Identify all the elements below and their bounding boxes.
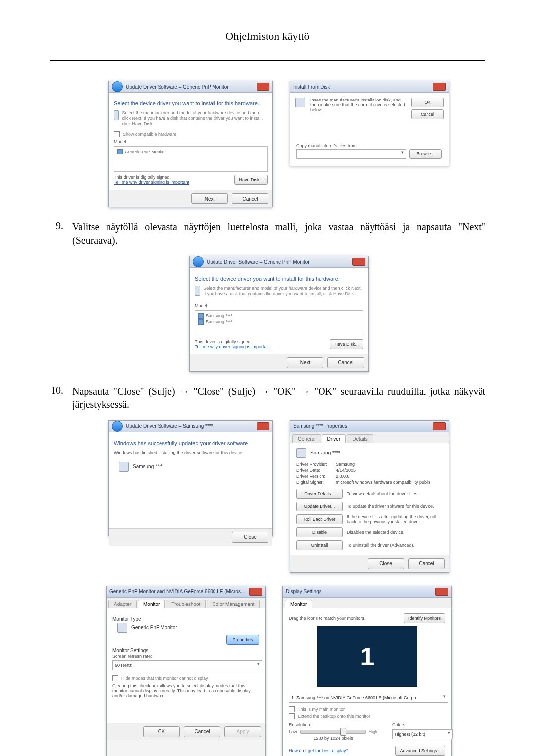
tab-troubleshoot[interactable]: Troubleshoot — [166, 600, 206, 608]
window-title: Generic PnP Monitor and NVIDIA GeForce 6… — [109, 589, 246, 594]
cancel-button[interactable]: Cancel — [232, 193, 268, 204]
close-icon[interactable] — [257, 83, 269, 91]
slider-high-label: High — [369, 729, 378, 734]
best-display-link[interactable]: How do I get the best display? — [289, 748, 349, 753]
monitor-select-value: 1. Samsung **** on NVIDIA GeForce 6600 L… — [291, 695, 420, 700]
identify-monitors-button[interactable]: Identify Monitors — [404, 613, 445, 623]
titlebar: Update Driver Software – Generic PnP Mon… — [109, 81, 272, 93]
driver-details-button[interactable]: Driver Details... — [296, 489, 343, 499]
monitor-icon — [198, 313, 204, 319]
update-driver-button[interactable]: Update Driver... — [296, 502, 343, 511]
close-icon[interactable] — [435, 588, 448, 596]
slider-thumb-icon — [340, 728, 346, 736]
apply-button[interactable]: Apply — [224, 726, 261, 737]
device-icon — [114, 110, 119, 120]
close-icon[interactable] — [433, 422, 446, 430]
window-update-finished: Update Driver Software – Samsung **** Wi… — [108, 420, 273, 536]
close-icon[interactable] — [257, 422, 269, 430]
checkbox-icon — [112, 675, 118, 681]
hide-modes-text: Clearing this check box allows you to se… — [112, 683, 259, 698]
model-listbox[interactable]: Generic PnP Monitor — [114, 146, 268, 172]
window-title: Display Settings — [286, 589, 432, 594]
close-icon[interactable] — [352, 258, 365, 266]
have-disk-button[interactable]: Have Disk... — [234, 175, 268, 185]
refresh-rate-label: Screen refresh rate: — [112, 654, 259, 659]
browse-button[interactable]: Browse... — [409, 149, 442, 159]
advanced-settings-button[interactable]: Advanced Settings... — [395, 746, 445, 756]
colors-value: Highest (32 bit) — [395, 732, 425, 737]
ok-button[interactable]: OK — [143, 726, 180, 737]
close-button[interactable]: Close — [232, 532, 268, 543]
button-row: OK Cancel Apply — [107, 723, 265, 740]
window-title: Samsung **** Properties — [293, 423, 430, 429]
extend-desktop-checkbox[interactable]: Extend the desktop onto this monitor — [289, 713, 445, 719]
rollback-driver-button[interactable]: Roll Back Driver — [296, 514, 343, 524]
finished-text: Windows has finished installing the driv… — [114, 450, 268, 455]
monitor-settings-label: Monitor Settings — [112, 648, 259, 653]
cancel-button[interactable]: Cancel — [408, 558, 445, 569]
colors-select[interactable]: Highest (32 bit) — [392, 729, 453, 739]
close-icon[interactable] — [433, 83, 446, 91]
have-disk-button[interactable]: Have Disk... — [330, 339, 363, 349]
next-button[interactable]: Next — [191, 193, 228, 204]
instruction-text: Select the manufacturer and model of you… — [203, 286, 363, 297]
main-monitor-checkbox[interactable]: This is my main monitor — [289, 706, 445, 712]
button-row: Close Cancel — [290, 555, 449, 572]
tab-driver[interactable]: Driver — [322, 434, 346, 443]
breadcrumb: Update Driver Software – Generic PnP Mon… — [207, 259, 349, 265]
cancel-button[interactable]: Cancel — [184, 726, 220, 737]
tab-monitor[interactable]: Monitor — [138, 600, 165, 608]
monitor-name: Generic PnP Monitor — [131, 625, 177, 630]
cancel-button[interactable]: Cancel — [327, 357, 364, 368]
refresh-rate-select[interactable]: 60 Hertz — [112, 660, 262, 670]
window-body: Windows has successfully updated your dr… — [109, 432, 272, 528]
back-arrow-icon[interactable] — [112, 421, 123, 432]
back-arrow-icon[interactable] — [193, 256, 204, 267]
window-monitor-properties: Generic PnP Monitor and NVIDIA GeForce 6… — [106, 586, 266, 756]
tab-color-management[interactable]: Color Management — [207, 600, 260, 608]
checkbox-icon — [289, 706, 295, 712]
provider-key: Driver Provider: — [296, 462, 331, 467]
copy-from-label: Copy manufacturer's files from: — [296, 143, 443, 148]
tab-strip: Adapter Monitor Troubleshoot Color Manag… — [107, 598, 265, 608]
properties-button[interactable]: Properties — [226, 635, 259, 645]
ok-button[interactable]: OK — [411, 98, 444, 107]
tab-details[interactable]: Details — [347, 434, 373, 443]
hide-modes-checkbox[interactable]: Hide modes that this monitor cannot disp… — [112, 675, 259, 681]
tab-adapter[interactable]: Adapter — [108, 600, 137, 608]
titlebar: Install From Disk — [290, 81, 449, 93]
signed-link[interactable]: Tell me why driver signing is important — [114, 180, 189, 185]
header-rule — [50, 60, 485, 61]
list-item[interactable]: Samsung **** — [198, 313, 360, 319]
close-icon[interactable] — [249, 588, 262, 596]
cancel-button[interactable]: Cancel — [411, 109, 444, 119]
list-item[interactable]: Samsung **** — [198, 319, 360, 325]
tab-general[interactable]: General — [292, 434, 321, 443]
monitor-select[interactable]: 1. Samsung **** on NVIDIA GeForce 6600 L… — [289, 693, 448, 703]
window-body: Select the device driver you want to ins… — [109, 93, 272, 190]
breadcrumb: Update Driver Software – Samsung **** — [126, 423, 254, 429]
show-compatible-checkbox[interactable]: Show compatible hardware — [114, 131, 268, 137]
version-value: 2.0.0.0 — [336, 474, 350, 479]
uninstall-button[interactable]: Uninstall — [296, 540, 343, 550]
monitor-preview[interactable]: 1 — [317, 626, 417, 687]
next-button[interactable]: Next — [287, 357, 323, 368]
disable-button[interactable]: Disable — [296, 527, 343, 537]
window-body: Select the device driver you want to ins… — [190, 268, 368, 354]
instruction-text: Select the manufacturer and model of you… — [122, 110, 268, 126]
window-body: Samsung **** Driver Provider:Samsung Dri… — [290, 443, 449, 555]
titlebar: Display Settings — [283, 586, 451, 598]
close-button[interactable]: Close — [368, 558, 404, 569]
model-listbox[interactable]: Samsung **** Samsung **** — [195, 310, 363, 336]
step-text: Napsauta "Close" (Sulje) → "Close" (Sulj… — [72, 385, 485, 411]
device-name: Samsung **** — [133, 464, 163, 469]
list-item[interactable]: Generic PnP Monitor — [117, 149, 264, 154]
signed-link[interactable]: Tell me why driver signing is important — [195, 344, 270, 349]
extend-desktop-label: Extend the desktop onto this monitor — [298, 714, 370, 719]
back-arrow-icon[interactable] — [112, 81, 123, 92]
window-install-from-disk: Install From Disk Insert the manufacture… — [290, 81, 449, 166]
tab-monitor[interactable]: Monitor — [285, 600, 312, 608]
resolution-label: Resolution: — [289, 722, 377, 727]
path-combobox[interactable] — [296, 149, 406, 159]
resolution-slider[interactable] — [300, 730, 366, 734]
